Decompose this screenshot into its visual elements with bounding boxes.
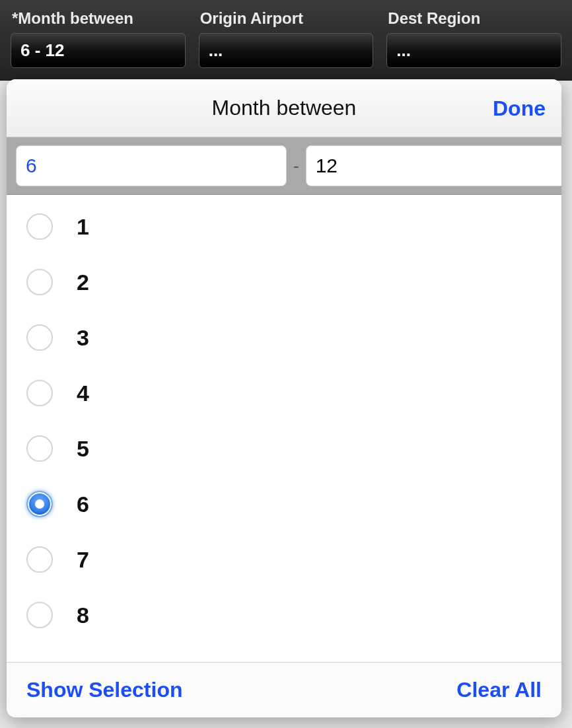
radio-icon	[26, 435, 53, 462]
radio-icon	[26, 324, 53, 351]
range-bar: -	[7, 137, 561, 195]
option-label: 6	[77, 491, 89, 517]
range-from-input[interactable]	[16, 145, 287, 186]
filter-bar: *Month between 6 - 12 Origin Airport ...…	[0, 0, 572, 81]
option-label: 7	[77, 547, 89, 573]
radio-icon-selected	[26, 491, 53, 517]
filter-block-dest: Dest Region ...	[386, 7, 561, 68]
radio-icon	[26, 213, 53, 240]
option-label: 8	[77, 602, 89, 628]
done-button[interactable]: Done	[493, 96, 546, 120]
options-list[interactable]: 1 2 3 4 5 6 7 8	[7, 195, 561, 662]
option-row[interactable]: 8	[7, 587, 561, 643]
range-to-input[interactable]	[306, 145, 561, 186]
option-row[interactable]: 1	[7, 199, 561, 254]
option-row[interactable]: 2	[7, 254, 561, 310]
filter-label-month: *Month between	[11, 7, 186, 33]
filter-value-month[interactable]: 6 - 12	[11, 33, 186, 68]
filter-label-dest: Dest Region	[386, 7, 561, 33]
option-label: 1	[77, 214, 89, 240]
option-label: 3	[77, 325, 89, 351]
option-row[interactable]: 6	[7, 476, 561, 532]
radio-icon	[26, 269, 53, 295]
option-row[interactable]: 5	[7, 421, 561, 476]
option-label: 5	[77, 436, 89, 462]
filter-value-dest[interactable]: ...	[386, 33, 561, 68]
filter-label-origin: Origin Airport	[199, 7, 374, 33]
radio-icon	[26, 602, 53, 628]
clear-all-button[interactable]: Clear All	[456, 678, 542, 702]
option-label: 4	[77, 381, 89, 406]
show-selection-button[interactable]: Show Selection	[26, 678, 182, 702]
radio-icon	[26, 546, 53, 573]
month-popover: Month between Done - 1 2 3	[7, 79, 561, 717]
option-row[interactable]: 4	[7, 365, 561, 421]
option-label: 2	[77, 270, 89, 295]
popover-title: Month between	[212, 96, 357, 120]
radio-icon	[26, 380, 53, 406]
popover-header: Month between Done	[7, 79, 561, 137]
option-row[interactable]: 7	[7, 532, 561, 587]
filter-value-origin[interactable]: ...	[199, 33, 374, 68]
range-dash: -	[292, 156, 301, 176]
filter-block-origin: Origin Airport ...	[199, 7, 374, 68]
option-row[interactable]: 3	[7, 310, 561, 365]
popover-footer: Show Selection Clear All	[7, 662, 561, 717]
filter-block-month: *Month between 6 - 12	[11, 7, 186, 68]
